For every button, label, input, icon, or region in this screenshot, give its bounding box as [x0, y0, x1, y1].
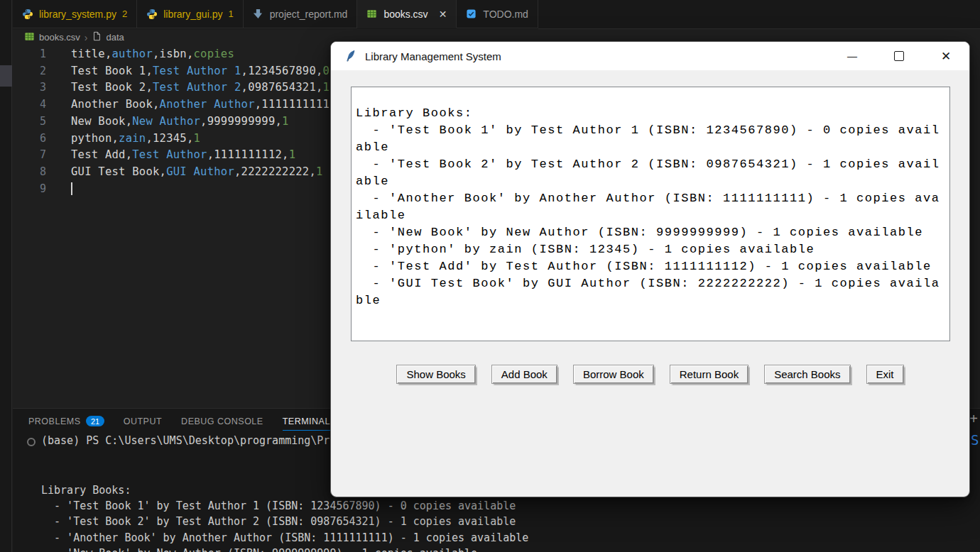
close-icon[interactable]: ✕ — [439, 9, 447, 20]
panel-tab-terminal[interactable]: TERMINAL — [283, 416, 330, 431]
csv-line-text: New Book,New Author,9999999999,1 — [71, 115, 289, 128]
todo-check-icon — [466, 9, 477, 20]
terminal-cut-text: S — [971, 432, 979, 448]
breadcrumb-section[interactable]: data — [106, 32, 124, 43]
python-feather-icon — [344, 50, 357, 62]
tab-problem-count: 1 — [228, 9, 233, 19]
panel-tab-problems[interactable]: PROBLEMS21 — [28, 416, 104, 431]
editor-tab-project_report.md[interactable]: project_report.md — [244, 0, 358, 28]
borrow-book-button[interactable]: Borrow Book — [573, 365, 654, 384]
csv-line-text: python,zain,12345,1 — [71, 132, 200, 145]
panel-tab-label: TERMINAL — [283, 416, 330, 426]
library-management-window: Library Management System — ✕ Library Bo… — [330, 41, 970, 497]
line-number: 5 — [13, 115, 46, 128]
tab-problem-count: 2 — [122, 9, 127, 19]
line-number: 6 — [13, 132, 46, 145]
problems-count-badge: 21 — [86, 416, 104, 426]
editor-tab-books.csv[interactable]: books.csv✕ — [357, 0, 457, 28]
panel-tab-label: OUTPUT — [124, 416, 162, 426]
line-number: 7 — [13, 148, 46, 161]
csv-line-text: GUI Test Book,GUI Author,2222222222,1 — [71, 165, 323, 178]
tk-window-title: Library Management System — [365, 50, 501, 62]
return-book-button[interactable]: Return Book — [670, 365, 748, 384]
new-terminal-plus-icon[interactable]: + — [969, 411, 978, 427]
panel-tab-label: DEBUG CONSOLE — [181, 416, 263, 426]
csv-line-text: title,author,isbn,copies — [71, 48, 234, 60]
search-books-button[interactable]: Search Books — [764, 365, 850, 384]
csv-line-text: Test Book 1,Test Author 1,1234567890,0 — [71, 65, 330, 77]
minimize-button[interactable]: — — [829, 42, 876, 70]
terminal-command-decoration-icon[interactable] — [27, 438, 36, 446]
line-number: 1 — [13, 48, 46, 60]
breadcrumb-file[interactable]: books.csv — [39, 32, 80, 43]
add-book-button[interactable]: Add Book — [491, 365, 557, 384]
markdown-down-arrow-icon — [253, 9, 264, 20]
left-edge-strip — [0, 0, 12, 552]
csv-line-text: Test Book 2,Test Author 2,0987654321,1 — [71, 81, 330, 94]
python-icon — [146, 9, 158, 20]
editor-tab-library_system.py[interactable]: library_system.py2 — [13, 0, 137, 28]
tk-window-controls: — ✕ — [829, 42, 969, 70]
line-number: 4 — [13, 98, 46, 111]
csv-line-text — [71, 182, 72, 196]
tabbar-filler — [538, 0, 980, 29]
vscode-window: library_system.py2library_gui.py1project… — [0, 0, 980, 552]
tab-label: project_report.md — [270, 9, 348, 20]
line-number: 9 — [13, 182, 46, 195]
editor-tab-TODO.md[interactable]: TODO.md — [457, 0, 538, 28]
exit-button[interactable]: Exit — [866, 365, 904, 384]
books-list-textarea[interactable]: Library Books: - 'Test Book 1' by Test A… — [351, 87, 950, 341]
maximize-button[interactable] — [876, 42, 922, 70]
left-strip-indicator — [0, 65, 12, 87]
csv-table-icon — [366, 9, 378, 20]
csv-line-text: Test Add,Test Author,1111111112,1 — [71, 148, 295, 161]
csv-table-icon — [24, 31, 35, 44]
line-number: 2 — [13, 65, 46, 77]
tab-label: TODO.md — [483, 9, 528, 20]
tk-button-row: Show BooksAdd BookBorrow BookReturn Book… — [331, 365, 969, 384]
breadcrumb: books.csv › data — [13, 29, 124, 45]
chevron-right-icon: › — [85, 32, 88, 43]
line-number: 3 — [13, 81, 46, 94]
tab-label: library_system.py — [39, 9, 116, 20]
panel-tab-debug-console[interactable]: DEBUG CONSOLE — [181, 416, 263, 431]
line-number: 8 — [13, 165, 46, 178]
tab-label: books.csv — [383, 9, 428, 20]
editor-tab-bar: library_system.py2library_gui.py1project… — [13, 0, 980, 29]
tk-title-bar[interactable]: Library Management System — ✕ — [331, 42, 969, 70]
tab-label: library_gui.py — [163, 9, 222, 20]
terminal-prompt[interactable]: (base) PS C:\Users\UMS\Desktop\programmi… — [41, 434, 342, 447]
close-button[interactable]: ✕ — [922, 42, 969, 70]
editor-tab-library_gui.py[interactable]: library_gui.py1 — [137, 0, 244, 28]
show-books-button[interactable]: Show Books — [396, 365, 475, 384]
csv-line-text: Another Book,Another Author,1111111111,1 — [71, 98, 343, 111]
maximize-icon — [894, 51, 904, 61]
python-icon — [22, 9, 33, 20]
file-outline-icon — [92, 31, 102, 43]
panel-tab-output[interactable]: OUTPUT — [124, 416, 162, 431]
text-cursor-icon — [71, 182, 72, 195]
panel-tab-label: PROBLEMS — [28, 416, 80, 426]
